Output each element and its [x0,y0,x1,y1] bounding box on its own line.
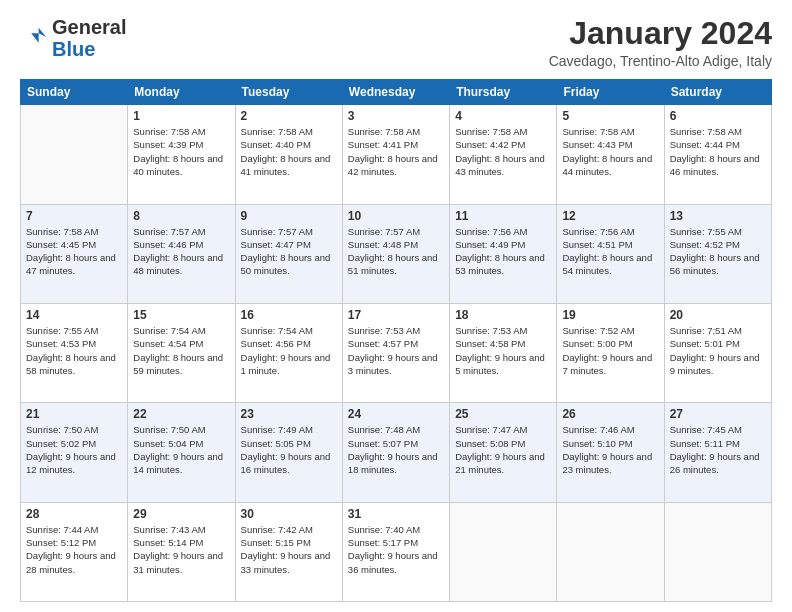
calendar-cell: 17Sunrise: 7:53 AMSunset: 4:57 PMDayligh… [342,303,449,402]
calendar-cell: 10Sunrise: 7:57 AMSunset: 4:48 PMDayligh… [342,204,449,303]
day-number: 20 [670,308,766,322]
calendar-cell: 9Sunrise: 7:57 AMSunset: 4:47 PMDaylight… [235,204,342,303]
day-number: 6 [670,109,766,123]
logo-general-text: General [52,16,126,38]
day-info: Sunrise: 7:50 AMSunset: 5:04 PMDaylight:… [133,423,229,476]
page: General Blue January 2024 Cavedago, Tren… [0,0,792,612]
weekday-header-friday: Friday [557,80,664,105]
title-area: January 2024 Cavedago, Trentino-Alto Adi… [549,16,772,69]
day-number: 19 [562,308,658,322]
logo: General Blue [20,16,126,60]
day-number: 1 [133,109,229,123]
calendar-cell: 26Sunrise: 7:46 AMSunset: 5:10 PMDayligh… [557,403,664,502]
calendar-cell: 1Sunrise: 7:58 AMSunset: 4:39 PMDaylight… [128,105,235,204]
day-number: 4 [455,109,551,123]
day-number: 21 [26,407,122,421]
calendar-cell: 4Sunrise: 7:58 AMSunset: 4:42 PMDaylight… [450,105,557,204]
day-number: 9 [241,209,337,223]
day-info: Sunrise: 7:46 AMSunset: 5:10 PMDaylight:… [562,423,658,476]
day-info: Sunrise: 7:57 AMSunset: 4:48 PMDaylight:… [348,225,444,278]
calendar-week-2: 7Sunrise: 7:58 AMSunset: 4:45 PMDaylight… [21,204,772,303]
calendar-cell: 21Sunrise: 7:50 AMSunset: 5:02 PMDayligh… [21,403,128,502]
day-info: Sunrise: 7:57 AMSunset: 4:47 PMDaylight:… [241,225,337,278]
day-info: Sunrise: 7:52 AMSunset: 5:00 PMDaylight:… [562,324,658,377]
calendar-cell: 7Sunrise: 7:58 AMSunset: 4:45 PMDaylight… [21,204,128,303]
day-info: Sunrise: 7:58 AMSunset: 4:45 PMDaylight:… [26,225,122,278]
weekday-header-wednesday: Wednesday [342,80,449,105]
day-number: 30 [241,507,337,521]
calendar-cell: 22Sunrise: 7:50 AMSunset: 5:04 PMDayligh… [128,403,235,502]
day-number: 7 [26,209,122,223]
calendar-cell: 23Sunrise: 7:49 AMSunset: 5:05 PMDayligh… [235,403,342,502]
day-number: 25 [455,407,551,421]
calendar-cell: 15Sunrise: 7:54 AMSunset: 4:54 PMDayligh… [128,303,235,402]
day-number: 8 [133,209,229,223]
weekday-header-tuesday: Tuesday [235,80,342,105]
day-info: Sunrise: 7:48 AMSunset: 5:07 PMDaylight:… [348,423,444,476]
day-number: 5 [562,109,658,123]
calendar-cell: 8Sunrise: 7:57 AMSunset: 4:46 PMDaylight… [128,204,235,303]
day-info: Sunrise: 7:40 AMSunset: 5:17 PMDaylight:… [348,523,444,576]
day-number: 3 [348,109,444,123]
location-title: Cavedago, Trentino-Alto Adige, Italy [549,53,772,69]
calendar-cell: 19Sunrise: 7:52 AMSunset: 5:00 PMDayligh… [557,303,664,402]
day-info: Sunrise: 7:54 AMSunset: 4:56 PMDaylight:… [241,324,337,377]
day-number: 29 [133,507,229,521]
day-info: Sunrise: 7:56 AMSunset: 4:49 PMDaylight:… [455,225,551,278]
day-info: Sunrise: 7:55 AMSunset: 4:52 PMDaylight:… [670,225,766,278]
day-info: Sunrise: 7:53 AMSunset: 4:58 PMDaylight:… [455,324,551,377]
calendar-cell [557,502,664,601]
weekday-header-monday: Monday [128,80,235,105]
day-info: Sunrise: 7:56 AMSunset: 4:51 PMDaylight:… [562,225,658,278]
day-number: 11 [455,209,551,223]
calendar-cell: 12Sunrise: 7:56 AMSunset: 4:51 PMDayligh… [557,204,664,303]
calendar-cell: 28Sunrise: 7:44 AMSunset: 5:12 PMDayligh… [21,502,128,601]
calendar-week-3: 14Sunrise: 7:55 AMSunset: 4:53 PMDayligh… [21,303,772,402]
calendar-week-4: 21Sunrise: 7:50 AMSunset: 5:02 PMDayligh… [21,403,772,502]
day-info: Sunrise: 7:53 AMSunset: 4:57 PMDaylight:… [348,324,444,377]
day-info: Sunrise: 7:43 AMSunset: 5:14 PMDaylight:… [133,523,229,576]
day-number: 17 [348,308,444,322]
day-info: Sunrise: 7:45 AMSunset: 5:11 PMDaylight:… [670,423,766,476]
calendar-cell: 16Sunrise: 7:54 AMSunset: 4:56 PMDayligh… [235,303,342,402]
calendar-cell: 30Sunrise: 7:42 AMSunset: 5:15 PMDayligh… [235,502,342,601]
day-info: Sunrise: 7:51 AMSunset: 5:01 PMDaylight:… [670,324,766,377]
day-number: 10 [348,209,444,223]
calendar-cell: 14Sunrise: 7:55 AMSunset: 4:53 PMDayligh… [21,303,128,402]
weekday-header-thursday: Thursday [450,80,557,105]
day-info: Sunrise: 7:42 AMSunset: 5:15 PMDaylight:… [241,523,337,576]
weekday-header-sunday: Sunday [21,80,128,105]
calendar-week-1: 1Sunrise: 7:58 AMSunset: 4:39 PMDaylight… [21,105,772,204]
calendar-table: SundayMondayTuesdayWednesdayThursdayFrid… [20,79,772,602]
calendar-cell: 18Sunrise: 7:53 AMSunset: 4:58 PMDayligh… [450,303,557,402]
calendar-cell: 20Sunrise: 7:51 AMSunset: 5:01 PMDayligh… [664,303,771,402]
day-info: Sunrise: 7:58 AMSunset: 4:40 PMDaylight:… [241,125,337,178]
day-number: 13 [670,209,766,223]
calendar-cell: 11Sunrise: 7:56 AMSunset: 4:49 PMDayligh… [450,204,557,303]
calendar-cell [450,502,557,601]
svg-marker-0 [31,28,46,43]
day-number: 18 [455,308,551,322]
day-number: 12 [562,209,658,223]
day-info: Sunrise: 7:58 AMSunset: 4:43 PMDaylight:… [562,125,658,178]
calendar-cell: 3Sunrise: 7:58 AMSunset: 4:41 PMDaylight… [342,105,449,204]
logo-icon [20,24,48,52]
day-info: Sunrise: 7:57 AMSunset: 4:46 PMDaylight:… [133,225,229,278]
day-number: 27 [670,407,766,421]
calendar-cell: 5Sunrise: 7:58 AMSunset: 4:43 PMDaylight… [557,105,664,204]
day-info: Sunrise: 7:58 AMSunset: 4:39 PMDaylight:… [133,125,229,178]
calendar-cell: 31Sunrise: 7:40 AMSunset: 5:17 PMDayligh… [342,502,449,601]
calendar-week-5: 28Sunrise: 7:44 AMSunset: 5:12 PMDayligh… [21,502,772,601]
day-number: 24 [348,407,444,421]
calendar-cell: 13Sunrise: 7:55 AMSunset: 4:52 PMDayligh… [664,204,771,303]
day-number: 28 [26,507,122,521]
day-number: 26 [562,407,658,421]
day-info: Sunrise: 7:44 AMSunset: 5:12 PMDaylight:… [26,523,122,576]
day-number: 31 [348,507,444,521]
header: General Blue January 2024 Cavedago, Tren… [20,16,772,69]
month-title: January 2024 [549,16,772,51]
day-info: Sunrise: 7:58 AMSunset: 4:42 PMDaylight:… [455,125,551,178]
day-number: 15 [133,308,229,322]
weekday-header-saturday: Saturday [664,80,771,105]
day-info: Sunrise: 7:55 AMSunset: 4:53 PMDaylight:… [26,324,122,377]
